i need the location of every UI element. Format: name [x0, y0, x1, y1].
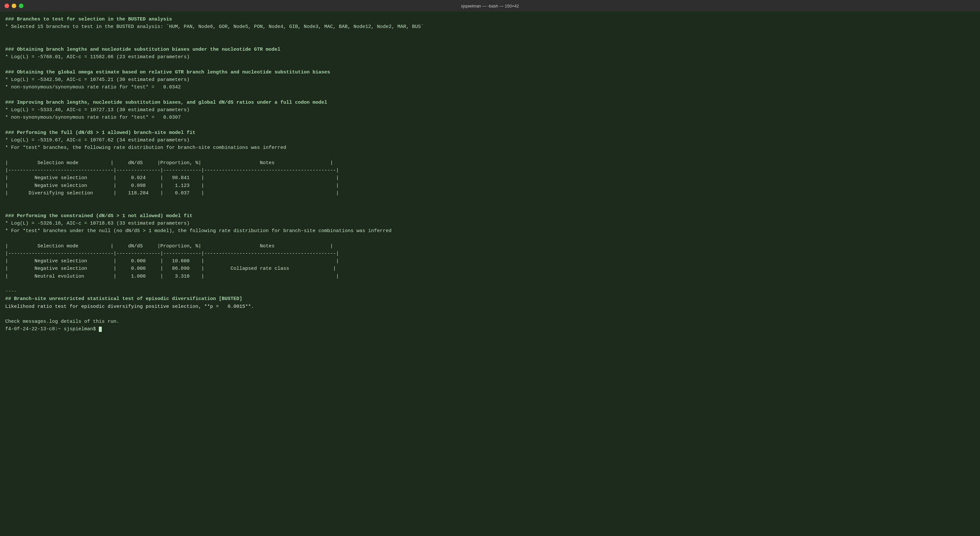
- terminal-line: * non-synonymous/synonymous rate ratio f…: [5, 114, 975, 121]
- terminal-line: [5, 91, 975, 99]
- terminal-line: [5, 310, 975, 318]
- terminal-line: ### Branches to test for selection in th…: [5, 16, 975, 23]
- titlebar-buttons: [5, 3, 24, 8]
- terminal-line: Check messages.log details of this run.: [5, 318, 975, 325]
- terminal-line: ### Obtaining the global omega estimate …: [5, 68, 975, 76]
- terminal-line: [5, 197, 975, 204]
- terminal-line: Likelihood ratio test for episodic diver…: [5, 303, 975, 310]
- titlebar: sjspielman — -bash — 150×42: [0, 0, 980, 12]
- terminal-line: | Negative selection | 0.024 | 98.841 | …: [5, 174, 975, 182]
- terminal-line: * For *test* branches under the null (no…: [5, 227, 975, 235]
- terminal-line: [5, 61, 975, 68]
- terminal-line: * Log(L) = -5319.67, AIC-c = 10707.62 (3…: [5, 137, 975, 144]
- terminal-line: * Log(L) = -5342.50, AIC-c = 10745.21 (3…: [5, 76, 975, 84]
- terminal-window: sjspielman — -bash — 150×42 ### Branches…: [0, 0, 980, 536]
- window-title: sjspielman — -bash — 150×42: [461, 3, 519, 8]
- terminal-line: [5, 235, 975, 242]
- terminal-line: f4-0f-24-22-13-c8:~ sjspielman$: [5, 325, 975, 333]
- terminal-line: ## Branch-site unrestricted statistical …: [5, 295, 975, 302]
- terminal-line: * non-synonymous/synonymous rate ratio f…: [5, 84, 975, 91]
- terminal-line: * Log(L) = -5333.46, AIC-c = 10727.13 (3…: [5, 106, 975, 114]
- terminal-line: * Log(L) = -5768.01, AIC-c = 11582.06 (2…: [5, 53, 975, 61]
- maximize-button[interactable]: [19, 3, 24, 8]
- terminal-body[interactable]: ### Branches to test for selection in th…: [0, 12, 980, 536]
- terminal-line: ### Performing the full (dN/dS > 1 allow…: [5, 129, 975, 137]
- terminal-line: ### Performing the constrained (dN/dS > …: [5, 212, 975, 220]
- terminal-line: ----: [5, 288, 975, 295]
- terminal-line: |------------------------------------|--…: [5, 167, 975, 174]
- terminal-line: | Neutral evolution | 1.000 | 3.310 | |: [5, 273, 975, 280]
- terminal-line: | Diversifying selection | 118.284 | 0.0…: [5, 189, 975, 197]
- terminal-line: | Selection mode | dN/dS |Proportion, %|…: [5, 242, 975, 250]
- terminal-line: | Negative selection | 0.000 | 10.600 | …: [5, 258, 975, 265]
- terminal-line: [5, 280, 975, 288]
- minimize-button[interactable]: [12, 3, 16, 8]
- terminal-line: * Log(L) = -5326.18, AIC-c = 10718.63 (3…: [5, 220, 975, 227]
- terminal-line: ### Improving branch lengths, nucleotide…: [5, 99, 975, 106]
- cursor: [99, 327, 102, 332]
- terminal-line: [5, 152, 975, 159]
- terminal-line: [5, 122, 975, 129]
- terminal-line: * Selected 15 branches to test in the BU…: [5, 23, 975, 30]
- terminal-line: [5, 31, 975, 38]
- terminal-line: ### Obtaining branch lengths and nucleot…: [5, 46, 975, 53]
- terminal-line: | Negative selection | 0.000 | 86.090 | …: [5, 265, 975, 272]
- terminal-line: [5, 204, 975, 212]
- terminal-line: * For *test* branches, the following rat…: [5, 144, 975, 151]
- terminal-line: |------------------------------------|--…: [5, 250, 975, 258]
- terminal-line: [5, 38, 975, 46]
- close-button[interactable]: [5, 3, 9, 8]
- terminal-line: | Negative selection | 0.098 | 1.123 | |: [5, 182, 975, 189]
- terminal-line: | Selection mode | dN/dS |Proportion, %|…: [5, 159, 975, 167]
